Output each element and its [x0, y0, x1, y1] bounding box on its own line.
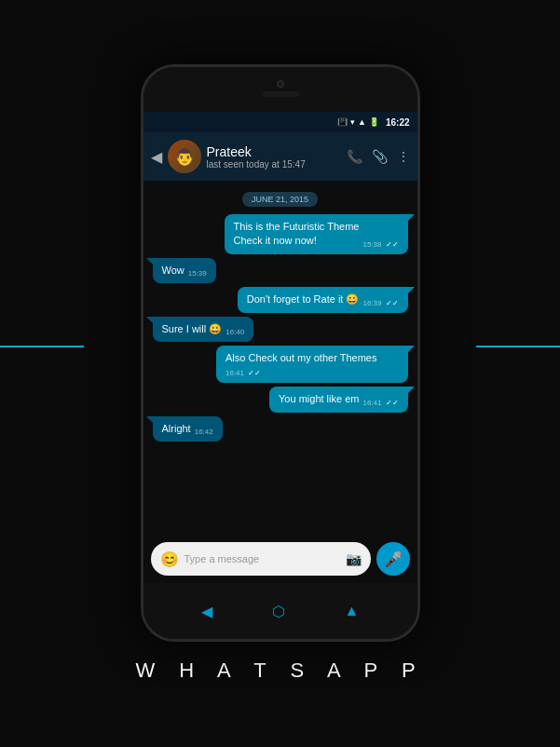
emoji-icon[interactable]: 😊 — [160, 550, 179, 568]
phone-speaker — [262, 91, 299, 97]
message-ticks-6: ✓✓ — [386, 399, 399, 407]
back-button[interactable]: ◀ — [151, 148, 162, 166]
message-text-2: Wow — [162, 264, 184, 278]
mic-button[interactable]: 🎤 — [376, 542, 410, 576]
message-recv-3: Alright 16:42 — [153, 416, 223, 441]
nav-recents-button[interactable]: ▲ — [345, 603, 360, 619]
message-ticks-3: ✓✓ — [386, 299, 399, 307]
nav-back-button[interactable]: ◀ — [201, 603, 212, 620]
message-time-2: 15:39 — [188, 269, 207, 278]
attach-icon[interactable]: 📎 — [372, 149, 388, 164]
decorative-line-right — [476, 346, 560, 347]
contact-name: Prateek — [207, 144, 341, 159]
message-sent-2: Don't forget to Rate it 😀 16:39 ✓✓ — [238, 287, 408, 312]
message-time-5: 16:41 — [225, 369, 244, 377]
phone-bottom-bezel: ◀ ⬡ ▲ — [143, 583, 417, 639]
message-text-3: Don't forget to Rate it 😀 — [247, 292, 360, 306]
input-bar: 😊 Type a message 📷 🎤 — [143, 535, 417, 583]
signal-icon: ▲ — [358, 117, 366, 127]
status-icons: 📳 ▾ ▲ 🔋 16:22 — [337, 117, 410, 128]
status-bar: 📳 ▾ ▲ 🔋 16:22 — [143, 112, 417, 132]
vibrate-icon: 📳 — [337, 117, 348, 127]
phone-shell: 📳 ▾ ▲ 🔋 16:22 ◀ 👨 Prateek last seen toda… — [141, 64, 420, 642]
message-ticks-5: ✓✓ — [248, 369, 261, 377]
contact-status: last seen today at 15:47 — [207, 159, 341, 170]
phone-icon[interactable]: 📞 — [347, 149, 362, 164]
message-text-7: Alright — [162, 422, 191, 436]
message-time-1: 15:38 — [362, 240, 381, 249]
message-time-4: 16:40 — [225, 328, 244, 336]
page-wrapper: 📳 ▾ ▲ 🔋 16:22 ◀ 👨 Prateek last seen toda… — [0, 0, 560, 747]
message-input-field[interactable]: 😊 Type a message 📷 — [151, 542, 371, 576]
decorative-line-left — [0, 346, 84, 347]
message-text-5: Also Check out my other Themes — [225, 351, 376, 365]
message-ticks-1: ✓✓ — [386, 240, 399, 249]
input-placeholder: Type a message — [184, 553, 340, 564]
wifi-icon: ▾ — [350, 117, 355, 127]
message-sent-3: Also Check out my other Themes 16:41 ✓✓ — [216, 346, 408, 383]
phone-camera — [277, 80, 284, 88]
message-text-4: Sure I will 😀 — [162, 322, 223, 336]
nav-home-button[interactable]: ⬡ — [272, 603, 285, 620]
date-divider: JUNE 21, 2015 — [242, 192, 318, 207]
battery-icon: 🔋 — [369, 117, 379, 127]
message-time-6: 16:41 — [362, 399, 381, 407]
message-recv-1: Wow 15:39 — [153, 258, 216, 283]
chat-area: JUNE 21, 2015 This is the Futuristic The… — [143, 181, 417, 535]
contact-info: Prateek last seen today at 15:47 — [207, 144, 341, 170]
message-text-6: You might like em — [279, 392, 359, 406]
contact-avatar[interactable]: 👨 — [168, 140, 201, 173]
avatar-image: 👨 — [168, 140, 201, 173]
phone-top-bezel — [143, 67, 417, 112]
message-sent-4: You might like em 16:41 ✓✓ — [269, 387, 407, 412]
message-time-3: 16:39 — [362, 299, 381, 307]
screen: 📳 ▾ ▲ 🔋 16:22 ◀ 👨 Prateek last seen toda… — [143, 112, 417, 583]
app-bar-icons: 📞 📎 ⋮ — [347, 149, 410, 164]
status-time: 16:22 — [386, 117, 410, 128]
message-time-7: 16:42 — [195, 428, 213, 436]
message-text-1: This is the Futuristic ThemeCheck it now… — [234, 220, 360, 249]
camera-icon[interactable]: 📷 — [346, 551, 362, 566]
message-sent-1: This is the Futuristic ThemeCheck it now… — [225, 214, 408, 254]
more-icon[interactable]: ⋮ — [397, 149, 410, 164]
brand-text: W H A T S A P P — [135, 659, 424, 683]
mic-icon: 🎤 — [384, 550, 403, 568]
app-bar: ◀ 👨 Prateek last seen today at 15:47 📞 📎… — [143, 132, 417, 181]
message-recv-2: Sure I will 😀 16:40 — [153, 317, 254, 342]
